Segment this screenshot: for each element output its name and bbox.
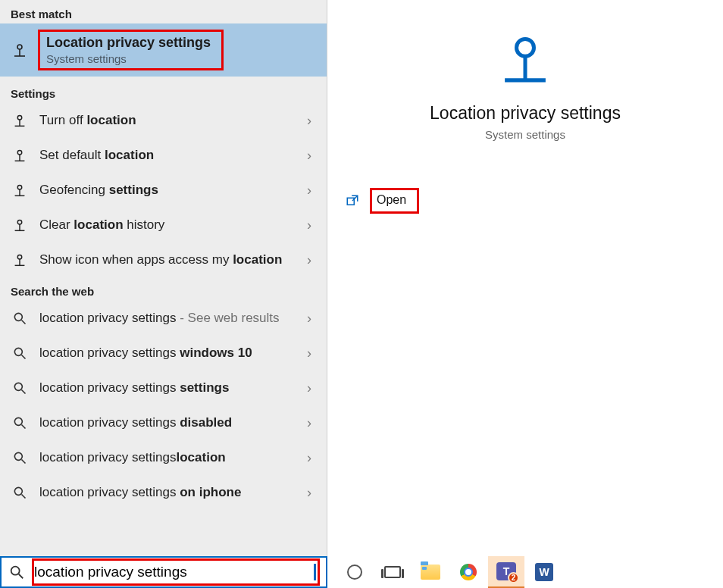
chevron-right-icon: › [307, 183, 316, 199]
search-icon [11, 485, 29, 500]
location-icon [11, 147, 29, 164]
location-icon [11, 252, 29, 268]
location-icon [11, 112, 29, 129]
taskbar: T 2 W [0, 556, 723, 588]
taskbar-icons: T 2 W [327, 556, 562, 588]
teams-button[interactable]: T 2 [488, 556, 524, 588]
detail-subtitle: System settings [346, 128, 705, 141]
task-view-button[interactable] [374, 556, 411, 588]
svg-point-0 [17, 45, 22, 49]
search-icon [11, 415, 29, 430]
web-results-list: location privacy settings - See web resu… [0, 301, 327, 510]
chevron-right-icon: › [307, 415, 316, 431]
best-match-header: Best match [0, 0, 327, 23]
web-result[interactable]: location privacy settingslocation › [0, 440, 327, 475]
teams-icon: T 2 [496, 562, 516, 580]
chevron-right-icon: › [307, 311, 316, 327]
detail-pane: Location privacy settings System setting… [327, 0, 723, 556]
svg-point-9 [17, 186, 22, 190]
chevron-right-icon: › [307, 346, 316, 361]
web-result-label: location privacy settings - See web resu… [39, 310, 296, 327]
word-icon: W [535, 563, 553, 581]
settings-header: Settings [0, 77, 327, 103]
location-icon [11, 182, 29, 199]
search-input[interactable] [34, 562, 311, 582]
web-result-label: location privacy settings on iphone [39, 484, 296, 501]
chrome-icon [460, 564, 477, 580]
settings-list: Turn off location › Set default location… [0, 103, 327, 277]
file-explorer-icon [421, 565, 440, 580]
chevron-right-icon: › [307, 450, 316, 466]
chevron-right-icon: › [307, 217, 316, 233]
settings-item-set-default-location[interactable]: Set default location › [0, 138, 327, 173]
search-results-pane: Best match Location privacy settings Sys… [0, 0, 327, 556]
svg-line-27 [22, 460, 26, 464]
cortana-icon [347, 565, 362, 580]
web-result[interactable]: location privacy settings - See web resu… [0, 301, 327, 336]
text-caret [314, 564, 316, 580]
settings-item-show-icon-location[interactable]: Show icon when apps access my location › [0, 242, 327, 277]
web-result[interactable]: location privacy settings on iphone › [0, 475, 327, 510]
settings-item-clear-location-history[interactable]: Clear location history › [0, 208, 327, 242]
settings-item-label: Clear location history [39, 217, 296, 233]
notification-badge: 2 [508, 572, 519, 583]
svg-line-25 [22, 425, 26, 429]
location-icon [11, 39, 29, 61]
svg-point-28 [14, 487, 22, 495]
svg-line-23 [22, 390, 26, 394]
svg-point-20 [14, 348, 22, 355]
search-icon [11, 450, 29, 465]
settings-item-geofencing-settings[interactable]: Geofencing settings › [0, 173, 327, 208]
best-match-highlight: Location privacy settings System setting… [38, 30, 224, 70]
chevron-right-icon: › [307, 485, 316, 501]
svg-line-29 [22, 495, 26, 499]
settings-item-label: Geofencing settings [39, 182, 296, 199]
open-action[interactable]: Open [346, 185, 705, 217]
web-result[interactable]: location privacy settings disabled › [0, 405, 327, 440]
settings-item-label: Turn off location [39, 112, 296, 129]
svg-point-12 [17, 220, 22, 225]
taskbar-search-box[interactable] [0, 556, 327, 588]
chevron-right-icon: › [307, 380, 316, 396]
chevron-right-icon: › [307, 113, 316, 129]
search-icon [11, 380, 29, 396]
chevron-right-icon: › [307, 148, 316, 164]
search-icon [8, 564, 26, 580]
best-match-result[interactable]: Location privacy settings System setting… [0, 23, 327, 77]
cortana-button[interactable] [336, 556, 373, 588]
svg-point-26 [14, 452, 22, 460]
chrome-button[interactable] [450, 556, 487, 588]
svg-line-36 [19, 574, 23, 579]
search-web-header: Search the web [0, 277, 327, 301]
detail-title: Location privacy settings [346, 103, 705, 124]
svg-point-35 [11, 567, 20, 575]
best-match-subtitle: System settings [46, 52, 211, 65]
open-external-icon [346, 194, 359, 208]
svg-point-22 [14, 383, 22, 390]
file-explorer-button[interactable] [412, 556, 449, 588]
location-icon [11, 217, 29, 233]
svg-point-18 [14, 313, 22, 321]
task-view-icon [384, 566, 401, 578]
open-label: Open [377, 193, 406, 206]
svg-point-30 [517, 39, 534, 56]
settings-item-turn-off-location[interactable]: Turn off location › [0, 103, 327, 138]
svg-line-19 [22, 321, 26, 324]
search-input-highlight [32, 558, 320, 586]
svg-rect-33 [347, 198, 354, 205]
search-icon [11, 346, 29, 361]
best-match-title: Location privacy settings [46, 35, 211, 51]
settings-item-label: Show icon when apps access my location [39, 252, 296, 268]
word-letter: W [539, 566, 549, 578]
svg-point-15 [17, 255, 22, 260]
detail-icon [346, 27, 705, 92]
web-result-label: location privacy settings windows 10 [39, 345, 296, 361]
web-result-label: location privacy settings settings [39, 380, 296, 396]
web-result[interactable]: location privacy settings settings › [0, 371, 327, 405]
web-result-label: location privacy settingslocation [39, 449, 296, 466]
settings-item-label: Set default location [39, 147, 296, 164]
svg-point-3 [17, 116, 22, 120]
web-result[interactable]: location privacy settings windows 10 › [0, 336, 327, 371]
word-button[interactable]: W [526, 556, 562, 588]
svg-point-24 [14, 418, 22, 425]
